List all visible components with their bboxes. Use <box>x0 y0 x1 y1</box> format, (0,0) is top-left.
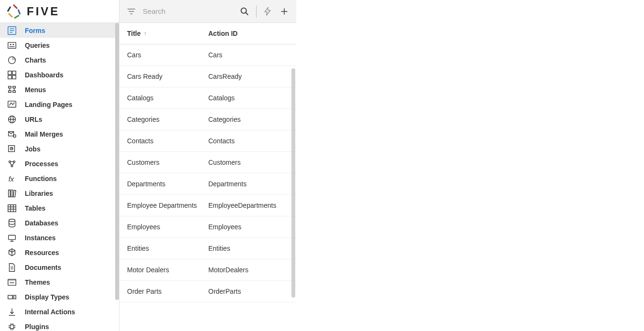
sidebar-scrollbar[interactable] <box>115 23 119 331</box>
main-area <box>296 0 644 331</box>
sidebar-item-databases[interactable]: Databases <box>0 215 119 230</box>
app-root: FIVE FormsQueriesChartsDashboardsMenusLa… <box>0 0 644 331</box>
table-row[interactable]: CatalogsCatalogs <box>119 87 296 109</box>
sidebar-item-label: Processes <box>25 160 58 168</box>
lightning-icon[interactable] <box>260 3 275 20</box>
sidebar-item-label: URLs <box>25 116 43 123</box>
svg-point-5 <box>10 43 11 45</box>
filter-icon[interactable] <box>124 3 139 20</box>
sidebar-item-label: Databases <box>25 219 58 227</box>
sidebar-item-resources[interactable]: Resources <box>0 245 119 260</box>
table-row[interactable]: ContactsContacts <box>119 130 296 152</box>
svg-point-30 <box>11 165 13 167</box>
sidebar-item-label: Forms <box>25 27 45 34</box>
document-icon <box>6 262 18 273</box>
search-input[interactable] <box>141 4 236 18</box>
cell-action-id: CarsReady <box>208 73 289 80</box>
table-row[interactable]: EntitiesEntities <box>119 238 296 259</box>
form-icon <box>6 25 18 36</box>
sidebar-scrollbar-thumb[interactable] <box>115 23 119 300</box>
table-row[interactable]: CategoriesCategories <box>119 109 296 130</box>
svg-rect-14 <box>13 86 16 88</box>
cell-title: Cars <box>127 51 208 59</box>
column-header-title[interactable]: Title ↑ <box>127 30 208 37</box>
sidebar-item-urls[interactable]: URLs <box>0 112 119 127</box>
sidebar-item-label: Functions <box>25 175 57 182</box>
cell-action-id: Entities <box>208 245 289 252</box>
sidebar-item-documents[interactable]: Documents <box>0 260 119 275</box>
svg-point-29 <box>13 160 15 162</box>
cell-title: Motor Dealers <box>127 266 208 274</box>
table-row[interactable]: CustomersCustomers <box>119 152 296 173</box>
cell-title: Employee Departments <box>127 202 208 209</box>
query-icon <box>6 40 18 51</box>
svg-point-40 <box>9 219 15 222</box>
menu-icon <box>6 85 18 95</box>
cell-action-id: Departments <box>208 180 289 188</box>
list-panel: Title ↑ Action ID CarsCarsCars ReadyCars… <box>119 0 296 331</box>
sidebar-item-internal-actions[interactable]: Internal Actions <box>0 304 119 319</box>
list-header: Title ↑ Action ID <box>119 23 296 44</box>
table-row[interactable]: Employee DepartmentsEmployeeDepartments <box>119 195 296 216</box>
display-icon <box>6 292 18 302</box>
cell-title: Catalogs <box>127 94 208 102</box>
sidebar-item-instances[interactable]: Instances <box>0 230 119 245</box>
cell-action-id: EmployeeDepartments <box>208 202 289 209</box>
resource-icon <box>6 247 18 258</box>
sidebar-item-label: Charts <box>25 56 46 64</box>
database-icon <box>6 218 18 228</box>
sidebar-item-display-types[interactable]: Display Types <box>0 289 119 304</box>
cell-action-id: Categories <box>208 116 289 123</box>
svg-rect-9 <box>8 71 11 74</box>
column-header-action-id[interactable]: Action ID <box>208 30 289 37</box>
sidebar-item-functions[interactable]: fxFunctions <box>0 171 119 186</box>
sidebar-item-label: Resources <box>25 249 59 256</box>
cell-title: Departments <box>127 180 208 188</box>
search-icon[interactable] <box>237 3 252 20</box>
table-row[interactable]: DepartmentsDepartments <box>119 173 296 195</box>
table-row[interactable]: CarsCars <box>119 44 296 66</box>
sidebar-item-label: Documents <box>25 264 61 271</box>
job-icon <box>6 144 18 154</box>
table-row[interactable]: Motor DealersMotorDealers <box>119 259 296 281</box>
sidebar-item-plugins[interactable]: Plugins <box>0 319 119 331</box>
sidebar-item-processes[interactable]: Processes <box>0 156 119 171</box>
table-icon <box>6 203 18 214</box>
table-row[interactable]: Cars ReadyCarsReady <box>119 66 296 87</box>
nav-list: FormsQueriesChartsDashboardsMenusLanding… <box>0 23 119 331</box>
svg-text:fx: fx <box>9 175 14 182</box>
svg-rect-11 <box>8 75 11 78</box>
sidebar-item-menus[interactable]: Menus <box>0 82 119 97</box>
sidebar-item-label: Internal Actions <box>25 308 75 316</box>
sidebar-item-dashboards[interactable]: Dashboards <box>0 67 119 82</box>
sidebar-item-label: Dashboards <box>25 71 64 79</box>
cell-title: Cars Ready <box>127 73 208 80</box>
instance-icon <box>6 233 18 243</box>
sidebar-item-jobs[interactable]: Jobs <box>0 141 119 156</box>
table-row[interactable]: EmployeesEmployees <box>119 216 296 238</box>
library-icon <box>6 188 18 199</box>
sidebar-item-mail-merges[interactable]: Mail Merges <box>0 127 119 141</box>
sidebar-item-forms[interactable]: Forms <box>0 23 119 38</box>
sidebar-item-tables[interactable]: Tables <box>0 201 119 215</box>
svg-rect-33 <box>11 190 13 197</box>
svg-rect-12 <box>12 75 16 78</box>
sidebar-item-charts[interactable]: Charts <box>0 53 119 67</box>
sidebar-item-label: Tables <box>25 204 45 212</box>
svg-rect-49 <box>8 295 12 299</box>
svg-rect-10 <box>12 71 16 74</box>
sidebar-item-queries[interactable]: Queries <box>0 38 119 53</box>
add-icon[interactable] <box>277 3 291 20</box>
cell-action-id: OrderParts <box>208 288 289 295</box>
mail-icon <box>6 129 18 139</box>
sidebar-item-themes[interactable]: Themes <box>0 275 119 289</box>
dashboard-icon <box>6 70 18 80</box>
svg-point-6 <box>12 43 14 45</box>
sidebar-item-landing-pages[interactable]: Landing Pages <box>0 97 119 112</box>
landing-icon <box>6 99 18 110</box>
sidebar-item-libraries[interactable]: Libraries <box>0 186 119 201</box>
sidebar-item-label: Queries <box>25 42 50 49</box>
table-row[interactable]: Order PartsOrderParts <box>119 281 296 302</box>
svg-point-51 <box>14 297 15 298</box>
list-scrollbar[interactable] <box>291 68 295 298</box>
